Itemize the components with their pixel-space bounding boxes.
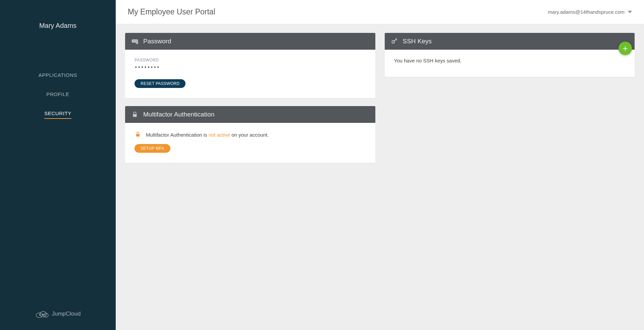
content: Password PASSWORD •••••••• RESET PASSWOR… <box>116 24 644 172</box>
sidebar-header: Mary Adams <box>0 0 116 30</box>
svg-point-2 <box>44 313 48 317</box>
mfa-status-value: not active <box>209 132 230 138</box>
password-field-value: •••••••• <box>135 64 366 70</box>
svg-point-0 <box>36 313 42 318</box>
ssh-empty-text: You have no SSH keys saved. <box>394 58 462 63</box>
add-ssh-key-button[interactable]: + <box>619 42 632 55</box>
mfa-status-text: Multifactor Authentication is not active… <box>146 132 269 138</box>
svg-point-16 <box>393 42 394 43</box>
svg-point-14 <box>138 135 138 135</box>
svg-point-8 <box>135 41 136 42</box>
password-icon <box>131 38 139 45</box>
mfa-status-prefix: Multifactor Authentication is <box>146 132 209 138</box>
sidebar-nav: APPLICATIONS PROFILE SECURITY <box>0 68 116 124</box>
sidebar-username: Mary Adams <box>0 22 116 30</box>
sidebar-footer: JumpCloud <box>0 310 116 330</box>
jumpcloud-logo-icon <box>35 310 49 318</box>
lock-orange-icon <box>135 131 141 139</box>
setup-mfa-button[interactable]: SETUP MFA <box>135 144 170 153</box>
chevron-down-icon <box>628 11 632 13</box>
user-email: mary.adams@14thandspruce.com <box>548 9 625 15</box>
topbar: My Employee User Portal mary.adams@14tha… <box>116 0 644 24</box>
key-icon <box>391 38 398 45</box>
svg-point-12 <box>135 115 136 116</box>
mfa-panel-header: Multifactor Authentication <box>125 106 375 123</box>
ssh-panel: SSH Keys You have no SSH keys saved. <box>385 33 635 77</box>
user-menu[interactable]: mary.adams@14thandspruce.com <box>548 9 632 15</box>
mfa-panel-body: Multifactor Authentication is not active… <box>125 123 375 163</box>
main: My Employee User Portal mary.adams@14tha… <box>116 0 644 330</box>
ssh-panel-header: SSH Keys <box>385 33 635 50</box>
sidebar-item-security[interactable]: SECURITY <box>44 106 71 119</box>
sidebar: Mary Adams APPLICATIONS PROFILE SECURITY… <box>0 0 116 330</box>
svg-point-3 <box>39 314 40 316</box>
mfa-panel: Multifactor Authentication <box>125 106 375 163</box>
password-panel-body: PASSWORD •••••••• RESET PASSWORD <box>125 50 375 98</box>
lock-icon <box>131 111 139 118</box>
plus-icon: + <box>623 43 628 54</box>
mfa-status-suffix: on your account. <box>230 132 269 138</box>
password-field-label: PASSWORD <box>135 58 366 62</box>
ssh-panel-title: SSH Keys <box>403 38 432 45</box>
svg-point-5 <box>44 314 46 316</box>
sidebar-item-applications[interactable]: APPLICATIONS <box>39 68 77 82</box>
page-title: My Employee User Portal <box>128 7 215 16</box>
ssh-panel-body: You have no SSH keys saved. <box>385 50 635 77</box>
reset-password-button[interactable]: RESET PASSWORD <box>135 79 185 88</box>
mfa-panel-title: Multifactor Authentication <box>143 111 214 118</box>
svg-point-7 <box>133 41 134 42</box>
brand-name: JumpCloud <box>52 311 81 317</box>
password-panel: Password PASSWORD •••••••• RESET PASSWOR… <box>125 33 375 98</box>
svg-point-9 <box>136 41 137 42</box>
sidebar-item-profile[interactable]: PROFILE <box>46 87 69 101</box>
password-panel-title: Password <box>143 38 171 45</box>
password-panel-header: Password <box>125 33 375 50</box>
svg-point-4 <box>42 314 43 316</box>
